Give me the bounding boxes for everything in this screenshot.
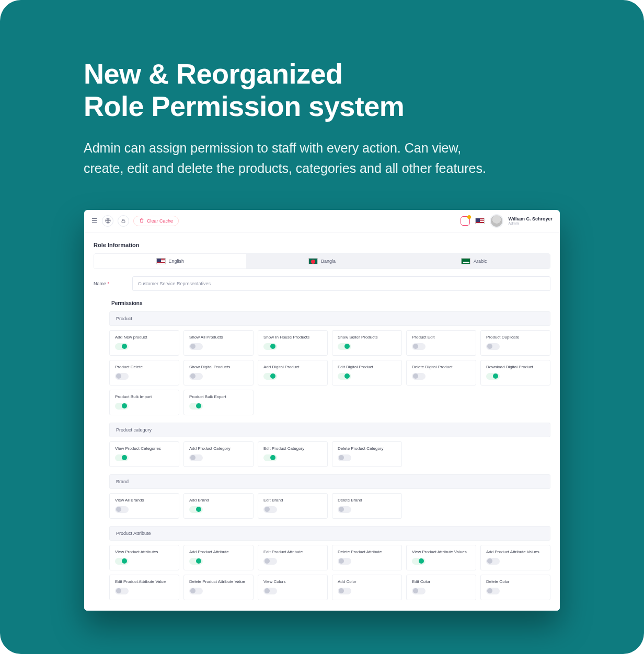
globe-icon[interactable] — [102, 215, 113, 227]
permission-toggle[interactable] — [115, 558, 129, 565]
marketing-page: New & Reorganized Role Permission system… — [0, 0, 644, 654]
permission-toggle[interactable] — [263, 558, 277, 565]
permission-toggle[interactable] — [189, 558, 203, 565]
permission-toggle[interactable] — [263, 588, 277, 594]
permission-label: Edit Product Attribute — [263, 550, 322, 555]
permission-toggle[interactable] — [115, 588, 129, 594]
permission-toggle[interactable] — [412, 373, 426, 380]
permission-grid: Add New productShow All ProductsShow In … — [109, 330, 550, 415]
permission-label: View All Brands — [115, 498, 174, 503]
permission-toggle[interactable] — [338, 343, 351, 350]
notification-icon[interactable] — [461, 216, 470, 226]
permission-toggle[interactable] — [486, 343, 500, 350]
flag-bd-icon — [308, 258, 318, 264]
permission-label: Delete Digital Product — [412, 365, 470, 370]
permission-label: Edit Color — [412, 579, 470, 585]
permission-toggle[interactable] — [189, 454, 203, 461]
permission-toggle[interactable] — [115, 403, 129, 410]
permission-label: Product Duplicate — [486, 335, 545, 340]
user-name: William C. Schroyer — [509, 217, 553, 221]
permission-label: Delete Brand — [338, 498, 396, 503]
permission-toggle[interactable] — [338, 373, 351, 380]
permission-toggle[interactable] — [115, 343, 129, 350]
permission-label: Add Color — [338, 579, 396, 585]
permission-toggle[interactable] — [189, 403, 203, 410]
permission-label: Add Product Category — [189, 446, 248, 451]
permission-label: Product Edit — [412, 335, 470, 340]
permission-group-header: Product — [109, 311, 550, 326]
permission-card: Add New product — [109, 330, 179, 356]
permission-toggle[interactable] — [115, 373, 129, 380]
permission-card: View Product Attribute Values — [406, 545, 476, 570]
permission-toggle[interactable] — [263, 343, 277, 350]
clear-cache-button[interactable]: Clear Cache — [133, 216, 179, 226]
app-screenshot: ☰ Clear Cache Willi — [84, 210, 560, 611]
role-name-input[interactable] — [132, 276, 550, 291]
permission-toggle[interactable] — [412, 588, 426, 594]
flag-us-icon — [156, 258, 166, 264]
permission-toggle[interactable] — [263, 373, 277, 380]
permission-toggle[interactable] — [338, 588, 351, 594]
permission-card: Add Product Attribute — [183, 545, 254, 570]
permission-toggle[interactable] — [263, 454, 277, 461]
permission-card: View Colors — [258, 575, 328, 600]
permission-label: Edit Product Attribute Value — [115, 579, 174, 585]
permission-label: Add New product — [115, 335, 174, 340]
permission-toggle[interactable] — [486, 373, 500, 380]
permission-toggle[interactable] — [115, 454, 129, 461]
hero-section: New & Reorganized Role Permission system… — [0, 57, 644, 179]
user-block[interactable]: William C. Schroyer Admin — [509, 217, 553, 225]
permission-grid: View Product AttributesAdd Product Attri… — [109, 545, 550, 600]
topbar: ☰ Clear Cache Willi — [84, 210, 560, 232]
permission-card: Edit Product Category — [258, 441, 328, 467]
hero-title-line1: New & Reorganized — [84, 58, 343, 89]
permission-label: Add Digital Product — [263, 365, 322, 370]
permission-card: Edit Product Attribute — [258, 545, 328, 570]
permission-toggle[interactable] — [338, 454, 351, 461]
permission-toggle[interactable] — [412, 343, 426, 350]
permission-label: Edit Digital Product — [338, 365, 396, 370]
flag-us-icon[interactable] — [475, 218, 485, 224]
permission-card: Delete Digital Product — [406, 360, 476, 386]
permission-toggle[interactable] — [189, 588, 203, 594]
permission-label: Edit Brand — [263, 498, 322, 503]
permission-card: Download Digital Product — [480, 360, 550, 386]
tab-arabic[interactable]: Arabic — [398, 254, 550, 268]
permission-toggle[interactable] — [189, 343, 203, 350]
permission-card: Add Digital Product — [258, 360, 328, 386]
permission-toggle[interactable] — [115, 506, 129, 513]
permission-card: Product Delete — [109, 360, 179, 386]
permission-card: Add Brand — [183, 493, 254, 519]
permissions-title: Permissions — [111, 300, 550, 306]
permission-grid: View Product CategoriesAdd Product Categ… — [109, 441, 550, 467]
permission-label: View Product Attribute Values — [412, 550, 470, 555]
permission-card: Show All Products — [183, 330, 254, 356]
permission-card: Delete Product Attribute Value — [183, 575, 254, 600]
lock-icon[interactable] — [118, 215, 129, 227]
permission-toggle[interactable] — [412, 558, 426, 565]
permission-label: Delete Product Attribute Value — [189, 579, 248, 585]
permission-toggle[interactable] — [263, 506, 277, 513]
permission-card: Product Bulk Import — [109, 390, 179, 415]
tab-arabic-label: Arabic — [474, 259, 487, 264]
permission-toggle[interactable] — [338, 558, 351, 565]
hero-subtitle: Admin can assign permission to staff wit… — [84, 138, 491, 179]
permission-toggle[interactable] — [486, 558, 500, 565]
permission-card: Edit Color — [406, 575, 476, 600]
tab-english-label: English — [169, 259, 185, 264]
permission-label: Add Brand — [189, 498, 248, 503]
permission-toggle[interactable] — [338, 506, 351, 513]
permission-toggle[interactable] — [189, 506, 203, 513]
permission-toggle[interactable] — [189, 373, 203, 380]
page-title: Role Information — [94, 242, 550, 248]
tab-bangla[interactable]: Bangla — [246, 254, 398, 268]
tab-english[interactable]: English — [94, 254, 246, 268]
permission-card: Product Duplicate — [480, 330, 550, 356]
app-body: Role Information English Bangla Arabic N… — [84, 232, 560, 611]
menu-icon[interactable]: ☰ — [91, 217, 98, 225]
required-mark: * — [108, 281, 110, 286]
avatar[interactable] — [490, 214, 503, 228]
role-name-row: Name * — [94, 276, 550, 291]
permission-toggle[interactable] — [486, 588, 500, 594]
permissions-panel: ProductAdd New productShow All ProductsS… — [109, 311, 550, 600]
